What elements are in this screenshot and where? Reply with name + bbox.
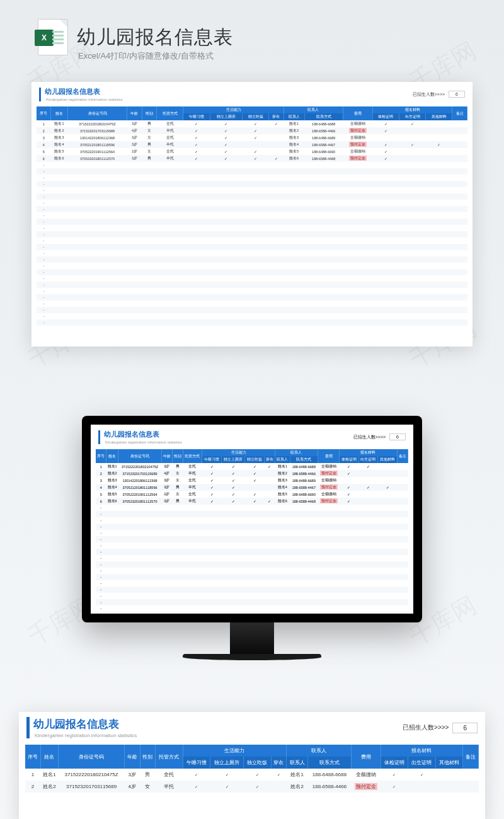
cell-name: 姓名4 xyxy=(51,141,68,148)
cell-phone: 188-6488-6688 xyxy=(304,120,343,127)
cell-birth xyxy=(399,134,426,141)
cell-health xyxy=(372,141,399,148)
checkmark-icon xyxy=(253,500,256,503)
cell-remark xyxy=(463,769,479,781)
checkmark-icon xyxy=(420,772,423,777)
cell-phone: 188-6588-4467 xyxy=(290,484,318,491)
checkmark-icon xyxy=(226,784,229,789)
sheet-subtitle: Kindergarten registration information st… xyxy=(46,98,123,101)
col-age: 年龄 xyxy=(124,745,140,769)
cell-id: 371523201703115689 xyxy=(59,781,125,793)
checkmark-icon xyxy=(195,129,198,133)
enrolled-label: 已招生人数>>>> xyxy=(403,723,449,732)
cell-gender: 女 xyxy=(172,477,183,484)
cell-toilet xyxy=(221,463,244,470)
table-row-empty: - xyxy=(96,574,408,580)
cell-eat xyxy=(243,148,269,155)
col-other: 其他材料 xyxy=(378,456,398,463)
cell-contact: 姓名4 xyxy=(284,141,304,148)
table-row-empty: - xyxy=(37,206,467,212)
cell-nap xyxy=(202,477,222,484)
enrolled-count: 6 xyxy=(389,433,406,440)
table-row: 4 姓名4 370521201801118596 3岁 男 半托 姓名4 188… xyxy=(96,484,408,491)
checkmark-icon xyxy=(210,479,214,483)
cell-nap xyxy=(183,155,210,162)
cell-contact: 姓名1 xyxy=(284,120,304,127)
cell-toilet xyxy=(210,134,243,141)
checkmark-icon xyxy=(384,122,387,126)
table-row-empty: - xyxy=(37,225,467,231)
cell-birth xyxy=(399,155,426,162)
cell-toilet xyxy=(221,498,244,505)
cell-seq: 1 xyxy=(37,120,51,127)
col-contact: 联系人 xyxy=(284,113,304,120)
cell-phone: 188-6588-4466 xyxy=(290,470,318,477)
cell-name: 姓名2 xyxy=(106,470,118,477)
checkmark-icon xyxy=(347,465,350,469)
cell-eat xyxy=(243,127,269,134)
cell-seq: 5 xyxy=(37,148,51,155)
cell-health xyxy=(381,769,408,781)
table-row-empty: - xyxy=(37,187,467,193)
cell-contact: 姓名4 xyxy=(275,484,290,491)
table-row: 5 姓名5 370522201901112564 2岁 女 全托 姓名5 188… xyxy=(96,491,408,498)
cell-gender: 女 xyxy=(142,148,156,155)
cell-eat xyxy=(245,498,265,505)
cell-toilet xyxy=(210,141,243,148)
cell-fee: 全额缴纳 xyxy=(318,491,340,498)
table-row-empty: - xyxy=(37,162,467,168)
cell-fee: 全额缴纳 xyxy=(343,148,372,155)
cell-dress xyxy=(269,120,284,127)
cell-toilet xyxy=(221,477,244,484)
sheet-preview-top: 幼儿园报名信息表 Kindergarten registration infor… xyxy=(32,82,472,346)
col-contact-group: 联系人 xyxy=(284,106,343,113)
table-row-empty: - xyxy=(37,282,467,288)
cell-fee: 预付定金 xyxy=(343,127,372,134)
col-seq: 序号 xyxy=(96,449,106,463)
table-row-empty: - xyxy=(37,193,467,200)
cell-toilet xyxy=(210,148,243,155)
checkmark-icon xyxy=(195,157,198,161)
monitor-stand-neck xyxy=(230,622,274,654)
checkmark-icon xyxy=(392,772,396,777)
cell-fee: 预付定金 xyxy=(318,470,340,477)
cell-seq: 6 xyxy=(96,498,106,505)
cell-name: 姓名5 xyxy=(51,148,68,155)
cell-seq: 1 xyxy=(25,769,40,781)
cell-age: 3岁 xyxy=(161,463,172,470)
cell-name: 姓名1 xyxy=(51,120,68,127)
table-row-empty: - xyxy=(96,568,408,574)
checkmark-icon xyxy=(195,772,198,777)
cell-name: 姓名6 xyxy=(106,498,118,505)
cell-seq: 1 xyxy=(96,463,106,470)
sheet-preview-monitor: 幼儿园报名信息表 Kindergarten registration infor… xyxy=(91,425,413,614)
table-row: 1 姓名1 371522220180210475Z 3岁 男 全托 姓名1 18… xyxy=(25,769,479,781)
cell-toilet xyxy=(210,769,244,781)
cell-fee: 预付定金 xyxy=(318,484,340,491)
col-phone: 联系方式 xyxy=(290,456,318,463)
checkmark-icon xyxy=(210,465,214,469)
table-row: 2 姓名2 371523201703115689 4岁 女 半托 姓名2 188… xyxy=(96,470,408,477)
checkmark-icon xyxy=(224,122,227,126)
cell-fee: 预付定金 xyxy=(351,781,381,793)
table-row: 6 姓名6 370523201801112570 3岁 男 半托 姓名6 188… xyxy=(96,498,408,505)
col-birth: 出生证明 xyxy=(399,113,426,120)
col-gender: 性别 xyxy=(172,449,183,463)
sheet-subtitle: Kindergarten registration information st… xyxy=(35,733,137,738)
cell-remark xyxy=(452,155,467,162)
cell-health xyxy=(340,470,359,477)
cell-contact: 姓名1 xyxy=(275,463,290,470)
col-other: 其他材料 xyxy=(426,113,452,120)
checkmark-icon xyxy=(411,122,414,126)
cell-other xyxy=(435,769,462,781)
table-row-empty: - xyxy=(37,294,467,301)
cell-remark xyxy=(397,477,408,484)
cell-seq: 3 xyxy=(96,477,106,484)
table-row: 6 姓名6 370523201801112570 3岁 男 半托 姓名6 188… xyxy=(37,155,467,162)
cell-age: 3岁 xyxy=(127,134,142,141)
checkmark-icon xyxy=(254,129,257,133)
registration-table: 序号 姓名 身份证号码 年龄 性别 托管方式 生活能力 联系人 费用 报名材料 … xyxy=(25,745,479,793)
checkmark-icon xyxy=(367,486,370,490)
checkmark-icon xyxy=(392,784,396,789)
cell-fee: 全额缴纳 xyxy=(351,769,381,781)
